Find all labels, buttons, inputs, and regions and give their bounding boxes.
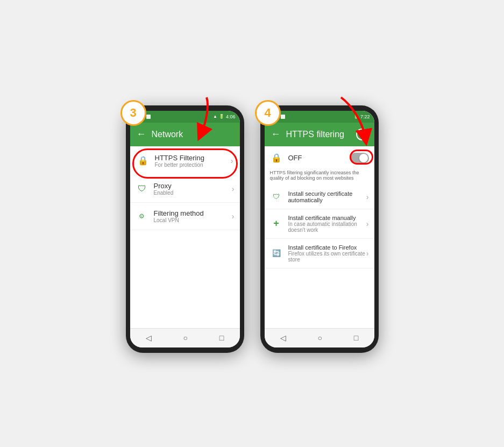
app-title-3: Network [152, 130, 233, 139]
filter-item-subtitle: Local VPN [154, 217, 232, 223]
https-chevron: › [231, 157, 233, 165]
back-button-4[interactable]: ← [271, 129, 281, 140]
step-badge-4: 4 [255, 100, 281, 126]
proxy-chevron: › [232, 185, 235, 193]
filter-item-text: Filtering method Local VPN [154, 209, 232, 223]
install-cert-manual-item[interactable]: + Install certificate manually In case a… [265, 209, 374, 239]
install-cert-firefox-item[interactable]: 🔄 Install certificate to Firefox Firefox… [265, 239, 374, 268]
cert-firefox-icon: 🔄 [270, 247, 283, 260]
icon4c [281, 115, 285, 119]
toggle-knob [359, 154, 368, 162]
battery-icon-4: 🔋 [353, 114, 359, 119]
nav-home-4[interactable]: ○ [318, 334, 322, 342]
proxy-icon: 🛡 [136, 182, 148, 195]
status-bar-3: ▲ 🔋 4:06 [130, 111, 240, 123]
filter-item-title: Filtering method [154, 209, 232, 217]
cert-manual-title: Install certificate manually [288, 215, 366, 221]
cert-manual-chevron: › [366, 219, 369, 228]
proxy-item-text: Proxy Enabled [154, 182, 232, 196]
cert-manual-icon: + [270, 217, 283, 230]
cert-manual-subtitle: In case automatic installation doesn't w… [288, 221, 366, 233]
phone-3: ▲ 🔋 4:06 ← Network 🔒 HTTPS Filtering For… [126, 105, 244, 353]
cert-auto-title: Install security certificate automatical… [288, 190, 366, 203]
icon3 [146, 115, 151, 119]
cert-firefox-subtitle: Firefox utilizes its own certificate sto… [288, 251, 366, 262]
filtering-method-item[interactable]: ⚙ Filtering method Local VPN › [130, 203, 240, 230]
https-item-subtitle: For better protection [155, 162, 231, 168]
status-time-3: ▲ 🔋 4:06 [213, 114, 235, 119]
cert-auto-icon: 🛡 [270, 190, 283, 203]
nav-back-3[interactable]: ◁ [146, 334, 152, 342]
battery-icon: 🔋 [219, 114, 224, 119]
nav-home-3[interactable]: ○ [183, 334, 188, 342]
signal-icon: ▲ [213, 114, 217, 119]
cert-auto-text: Install security certificate automatical… [288, 190, 366, 203]
phone-4: 🔋 7:22 ← HTTPS filtering ? 🔒 OFF [260, 105, 379, 353]
certificate-list: 🛡 Install security certificate automatic… [265, 185, 374, 328]
proxy-item[interactable]: 🛡 Proxy Enabled › [130, 175, 240, 203]
phone-nav-4: ◁ ○ □ [265, 328, 374, 347]
nav-recent-4[interactable]: □ [354, 334, 358, 342]
app-bar-3: ← Network [130, 123, 240, 146]
back-button-3[interactable]: ← [137, 129, 146, 140]
proxy-item-title: Proxy [154, 182, 232, 190]
toggle-row: 🔒 OFF [265, 146, 374, 170]
status-time-4: 🔋 7:22 [353, 114, 370, 119]
cert-firefox-chevron: › [366, 249, 369, 258]
nav-recent-3[interactable]: □ [219, 334, 224, 342]
filter-chevron: › [232, 212, 235, 221]
https-description: HTTPS filtering significantly increases … [265, 170, 374, 185]
app-bar-4: ← HTTPS filtering ? [265, 123, 374, 146]
install-cert-auto-item[interactable]: 🛡 Install security certificate automatic… [265, 185, 374, 209]
https-item-text: HTTPS Filtering For better protection [155, 154, 231, 168]
proxy-item-subtitle: Enabled [154, 190, 232, 196]
filter-icon: ⚙ [136, 210, 148, 223]
nav-back-4[interactable]: ◁ [280, 334, 286, 342]
help-button-4[interactable]: ? [356, 129, 368, 140]
step-badge-3: 3 [120, 100, 146, 126]
https-item-title: HTTPS Filtering [155, 154, 231, 162]
status-bar-4: 🔋 7:22 [265, 111, 374, 123]
https-icon: 🔒 [137, 154, 150, 167]
cert-auto-chevron: › [366, 193, 369, 201]
phone-nav-3: ◁ ○ □ [130, 328, 240, 347]
app-title-4: HTTPS filtering [286, 130, 351, 139]
toggle-label: OFF [288, 154, 350, 162]
https-filtering-item[interactable]: 🔒 HTTPS Filtering For better protection … [130, 146, 240, 175]
cert-firefox-title: Install certificate to Firefox [288, 244, 366, 251]
network-list: 🔒 HTTPS Filtering For better protection … [130, 146, 240, 328]
cert-manual-text: Install certificate manually In case aut… [288, 215, 366, 233]
lock-icon-4: 🔒 [270, 152, 283, 165]
cert-firefox-text: Install certificate to Firefox Firefox u… [288, 244, 366, 262]
https-toggle[interactable] [350, 153, 369, 164]
